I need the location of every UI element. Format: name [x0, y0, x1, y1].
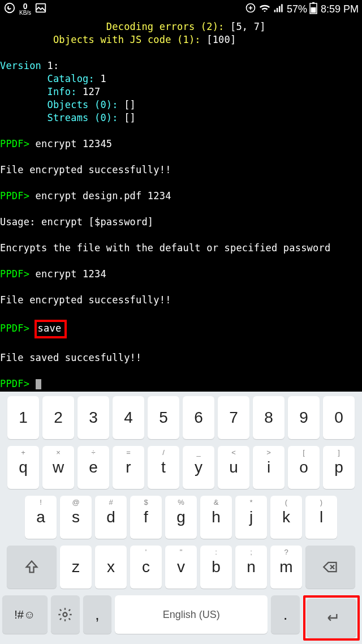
key-settings[interactable]	[51, 595, 80, 634]
key-b[interactable]: :b	[200, 546, 232, 589]
key-row-3: !a @s #d $f %g &h *j (k )l	[2, 496, 360, 539]
key-u[interactable]: <u	[218, 446, 249, 489]
key-9[interactable]: 9	[288, 396, 320, 439]
highlighted-enter-key	[303, 595, 360, 641]
svg-rect-3	[274, 10, 276, 12]
key-e[interactable]: ÷e	[77, 446, 109, 489]
svg-rect-4	[277, 8, 278, 12]
battery-icon	[309, 2, 317, 17]
key-l[interactable]: )l	[305, 496, 337, 539]
svg-rect-8	[311, 7, 316, 13]
wifi-icon	[258, 2, 271, 17]
key-q[interactable]: +q	[7, 446, 39, 489]
key-space[interactable]: English (US)	[115, 595, 268, 634]
key-enter[interactable]	[307, 599, 356, 637]
key-i[interactable]: >i	[253, 446, 285, 489]
soft-keyboard: 1 2 3 4 5 6 7 8 9 0 +q ×w ÷e =r /t _y <u…	[0, 392, 362, 644]
key-6[interactable]: 6	[183, 396, 214, 439]
backspace-icon	[322, 559, 338, 575]
key-7[interactable]: 7	[218, 396, 249, 439]
data-saver-icon	[245, 2, 256, 16]
key-p[interactable]: ]p	[323, 446, 355, 489]
key-period[interactable]: .	[271, 595, 300, 634]
key-d[interactable]: #d	[95, 496, 127, 539]
key-row-2: +q ×w ÷e =r /t _y <u >i [o ]p	[2, 446, 360, 489]
shift-icon	[24, 559, 40, 575]
key-j[interactable]: *j	[235, 496, 267, 539]
key-row-5: !#☺ , English (US) .	[2, 595, 360, 641]
key-4[interactable]: 4	[113, 396, 144, 439]
key-y[interactable]: _y	[183, 446, 214, 489]
key-5[interactable]: 5	[148, 396, 179, 439]
status-bar: 0 KB/s 57% 8:59 PM	[0, 0, 362, 18]
gear-icon	[57, 607, 73, 622]
key-3[interactable]: 3	[77, 396, 109, 439]
terminal-cursor	[36, 379, 41, 389]
key-g[interactable]: %g	[165, 496, 197, 539]
clock: 8:59 PM	[321, 3, 359, 15]
key-0[interactable]: 0	[323, 396, 355, 439]
key-w[interactable]: ×w	[42, 446, 74, 489]
key-comma[interactable]: ,	[83, 595, 112, 634]
key-backspace[interactable]	[305, 546, 355, 589]
enter-icon	[324, 610, 339, 626]
key-c[interactable]: 'c	[130, 546, 162, 589]
key-shift[interactable]	[7, 546, 57, 589]
key-row-1: 1 2 3 4 5 6 7 8 9 0	[2, 396, 360, 439]
key-a[interactable]: !a	[25, 496, 57, 539]
key-2[interactable]: 2	[42, 396, 74, 439]
svg-rect-6	[281, 4, 283, 12]
key-k[interactable]: (k	[270, 496, 302, 539]
terminal-output[interactable]: Decoding errors (2): [5, 7] Objects with…	[0, 18, 362, 393]
key-r[interactable]: =r	[113, 446, 144, 489]
key-1[interactable]: 1	[7, 396, 39, 439]
key-h[interactable]: &h	[200, 496, 232, 539]
svg-rect-9	[312, 2, 314, 3]
svg-point-10	[63, 613, 67, 617]
key-symbols[interactable]: !#☺	[2, 595, 48, 634]
network-speed: 0 KB/s	[19, 2, 31, 16]
key-o[interactable]: [o	[288, 446, 320, 489]
key-v[interactable]: "v	[165, 546, 197, 589]
svg-rect-5	[279, 6, 281, 12]
key-f[interactable]: $f	[130, 496, 162, 539]
whatsapp-icon	[3, 2, 16, 16]
key-8[interactable]: 8	[253, 396, 285, 439]
key-row-4: z x 'c "v :b ;n ?m	[2, 546, 360, 589]
svg-point-0	[5, 3, 15, 13]
key-x[interactable]: x	[95, 546, 127, 589]
key-z[interactable]: z	[60, 546, 92, 589]
highlighted-save-command: save	[35, 320, 67, 338]
key-n[interactable]: ;n	[235, 546, 267, 589]
key-s[interactable]: @s	[60, 496, 92, 539]
image-icon	[35, 2, 47, 16]
key-t[interactable]: /t	[148, 446, 179, 489]
key-m[interactable]: ?m	[270, 546, 302, 589]
signal-icon	[273, 2, 285, 16]
battery-percent: 57%	[287, 3, 307, 15]
